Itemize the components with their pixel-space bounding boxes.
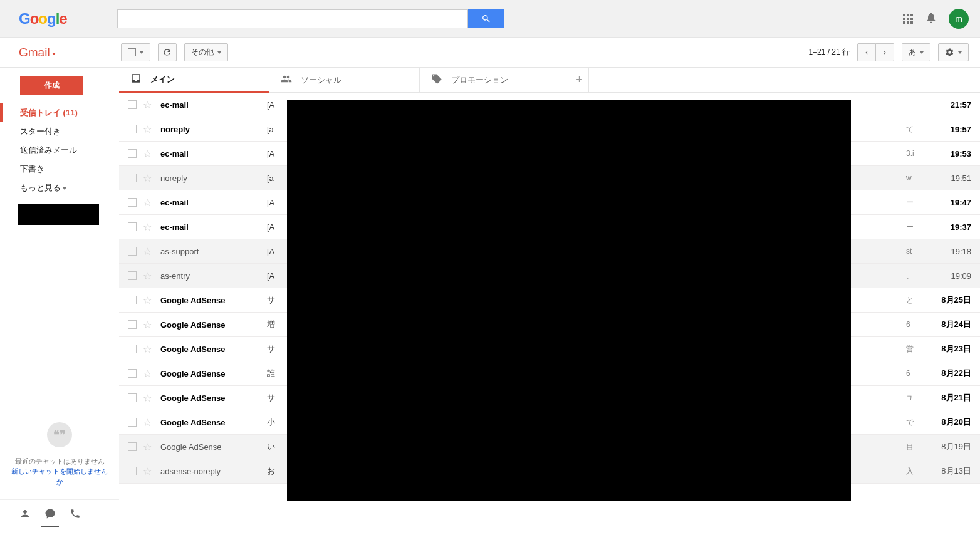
row-checkbox[interactable] — [128, 174, 137, 182]
hangouts-panel: ❝❞ 最近のチャットはありません 新しいチャットを開始しませんか — [0, 410, 119, 500]
mail-row[interactable]: ☆Google AdSenseサと8月25日 — [119, 288, 980, 313]
sidebar-item-3[interactable]: 下書き — [3, 160, 119, 179]
sidebar: 作成 受信トレイ (11)スター付き送信済みメール下書きもっと見る ❝❞ 最近の… — [0, 68, 119, 535]
row-checkbox[interactable] — [128, 125, 137, 133]
mail-row[interactable]: ☆adsense-noreplyお入8月13日 — [119, 459, 980, 484]
mail-row[interactable]: ☆Google AdSense誰68月22日 — [119, 361, 980, 386]
star-icon[interactable]: ☆ — [143, 441, 152, 453]
input-mode-button[interactable]: あ — [902, 43, 930, 61]
mail-row[interactable]: ☆ec-mail[Aー19:47 — [119, 190, 980, 215]
star-icon[interactable]: ☆ — [143, 417, 152, 429]
mail-row[interactable]: ☆ec-mail[A21:57 — [119, 93, 980, 117]
mail-row[interactable]: ☆noreply[aw19:51 — [119, 166, 980, 190]
row-checkbox[interactable] — [128, 296, 137, 304]
pagination-text: 1–21 / 21 行 — [809, 47, 850, 58]
star-icon[interactable]: ☆ — [143, 368, 152, 380]
row-checkbox[interactable] — [128, 247, 137, 256]
star-icon[interactable]: ☆ — [143, 197, 152, 209]
sender: noreply — [160, 174, 267, 183]
row-checkbox[interactable] — [128, 271, 137, 280]
star-icon[interactable]: ☆ — [143, 148, 152, 160]
tab-inbox[interactable]: メイン — [119, 68, 269, 93]
subject: [A — [267, 149, 906, 158]
mail-row[interactable]: ☆as-support[Ast19:18 — [119, 239, 980, 264]
toolbar: Gmail その他 1–21 / 21 行 あ — [0, 38, 980, 68]
subject: [a — [267, 174, 906, 183]
sidebar-item-4[interactable]: もっと見る — [3, 179, 119, 197]
mail-row[interactable]: ☆Google AdSenseサ営8月23日 — [119, 337, 980, 361]
star-icon[interactable]: ☆ — [143, 123, 152, 135]
star-icon[interactable]: ☆ — [143, 294, 152, 306]
add-tab-button[interactable]: + — [570, 68, 589, 92]
apps-icon[interactable] — [902, 13, 914, 24]
sender: as-entry — [160, 271, 267, 281]
search-input[interactable] — [117, 9, 468, 28]
header-right: m — [902, 9, 969, 29]
avatar[interactable]: m — [949, 9, 969, 29]
row-checkbox[interactable] — [128, 100, 137, 109]
star-icon[interactable]: ☆ — [143, 221, 152, 233]
hangouts-start-link[interactable]: 新しいチャットを開始しませんか — [11, 467, 108, 486]
star-icon[interactable]: ☆ — [143, 392, 152, 404]
row-checkbox[interactable] — [128, 149, 137, 158]
mail-list: ☆ec-mail[A21:57☆noreply[aて19:57☆ec-mail[… — [119, 93, 980, 484]
mail-row[interactable]: ☆Google AdSense小で8月20日 — [119, 410, 980, 435]
google-logo[interactable]: Google — [19, 10, 67, 28]
chevron-right-icon — [882, 49, 888, 56]
row-checkbox[interactable] — [128, 222, 137, 231]
contacts-icon[interactable] — [19, 507, 31, 520]
time: 8月25日 — [931, 294, 971, 306]
subject: サ — [267, 392, 906, 403]
tag-icon — [431, 73, 442, 86]
row-checkbox[interactable] — [128, 369, 137, 378]
subject-tail: で — [906, 417, 931, 428]
tab-people[interactable]: ソーシャル — [269, 68, 420, 92]
settings-button[interactable] — [938, 43, 969, 61]
compose-button[interactable]: 作成 — [20, 76, 83, 95]
star-icon[interactable]: ☆ — [143, 99, 152, 111]
sidebar-item-2[interactable]: 送信済みメール — [3, 141, 119, 160]
row-checkbox[interactable] — [128, 442, 137, 451]
row-checkbox[interactable] — [128, 198, 137, 207]
tab-tag[interactable]: プロモーション — [420, 68, 570, 92]
row-checkbox[interactable] — [128, 393, 137, 402]
more-button[interactable]: その他 — [184, 43, 228, 61]
star-icon[interactable]: ☆ — [143, 343, 152, 355]
sidebar-item-1[interactable]: スター付き — [3, 122, 119, 141]
star-icon[interactable]: ☆ — [143, 465, 152, 477]
mail-row[interactable]: ☆noreply[aて19:57 — [119, 117, 980, 142]
subject-tail: て — [906, 124, 931, 135]
time: 19:57 — [931, 125, 971, 134]
star-icon[interactable]: ☆ — [143, 246, 152, 257]
sidebar-redacted-block — [18, 204, 99, 225]
row-checkbox[interactable] — [128, 467, 137, 475]
row-checkbox[interactable] — [128, 345, 137, 353]
refresh-button[interactable] — [158, 43, 177, 61]
notifications-icon[interactable] — [925, 11, 937, 26]
mail-row[interactable]: ☆Google AdSense増68月24日 — [119, 313, 980, 337]
mail-row[interactable]: ☆as-entry[A、19:09 — [119, 264, 980, 288]
star-icon[interactable]: ☆ — [143, 270, 152, 282]
subject-tail: 6 — [906, 320, 931, 329]
main-content: メインソーシャルプロモーション+ ☆ec-mail[A21:57☆noreply… — [119, 68, 980, 535]
search-button[interactable] — [468, 9, 504, 28]
mail-row[interactable]: ☆ec-mail[A3.i19:53 — [119, 142, 980, 166]
sidebar-item-0[interactable]: 受信トレイ (11) — [0, 103, 119, 122]
mail-row[interactable]: ☆Google AdSenseい目8月19日 — [119, 435, 980, 459]
row-checkbox[interactable] — [128, 320, 137, 329]
mail-row[interactable]: ☆Google AdSenseサユ8月21日 — [119, 386, 980, 410]
sender: Google AdSense — [160, 393, 267, 403]
prev-page-button[interactable] — [857, 43, 876, 61]
subject-tail: 入 — [906, 466, 931, 477]
subject-tail: 目 — [906, 442, 931, 452]
star-icon[interactable]: ☆ — [143, 319, 152, 331]
next-page-button[interactable] — [875, 43, 894, 61]
subject: 誰 — [267, 368, 906, 379]
hangouts-tab-icon[interactable] — [44, 507, 56, 520]
star-icon[interactable]: ☆ — [143, 172, 152, 184]
mail-row[interactable]: ☆ec-mail[Aー19:37 — [119, 215, 980, 239]
row-checkbox[interactable] — [128, 418, 137, 427]
gmail-brand[interactable]: Gmail — [19, 46, 56, 60]
select-all-button[interactable] — [121, 43, 150, 61]
phone-icon[interactable] — [69, 507, 81, 520]
